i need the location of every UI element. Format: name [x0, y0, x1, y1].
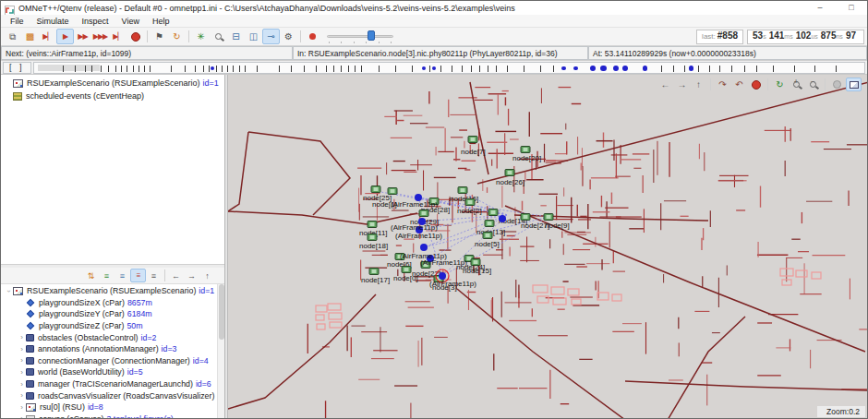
- expand-arrow-icon[interactable]: ›: [18, 403, 26, 412]
- step-icon[interactable]: ▶▏: [39, 29, 56, 44]
- zoom-out-icon[interactable]: −: [805, 78, 821, 91]
- tree-item-label: canvas (cCanvas): [39, 414, 103, 418]
- fast-icon[interactable]: ▶▶: [74, 29, 91, 44]
- menu-view[interactable]: View: [115, 15, 146, 28]
- zoom-in-icon[interactable]: +: [789, 78, 804, 91]
- next-event-label[interactable]: Next: (veins::AirFrame11p, id=1099): [1, 46, 293, 60]
- show-module-icon[interactable]: [846, 78, 862, 91]
- param-icon: [27, 322, 34, 329]
- car-windshield: [491, 210, 496, 214]
- menu-file[interactable]: File: [4, 15, 30, 28]
- airframe-dot[interactable]: [499, 215, 506, 222]
- group-mode-icon[interactable]: ≡: [115, 269, 130, 282]
- expand-arrow-icon[interactable]: ›: [18, 391, 26, 400]
- tree-item-label: rsu[0] (RSU): [40, 402, 85, 412]
- stop-layout-icon[interactable]: [748, 78, 764, 91]
- split-horizontal-icon[interactable]: ⊟: [227, 29, 245, 44]
- airframe-dot[interactable]: [420, 244, 428, 251]
- tree-item[interactable]: ›RSUExampleScenario (RSUExampleScenario)…: [1, 285, 224, 297]
- split-vertical-icon[interactable]: ◫: [245, 29, 262, 44]
- tree-item[interactable]: playgroundSizeZ (cPar)50m: [1, 320, 224, 332]
- record-animation-icon[interactable]: [829, 78, 845, 91]
- maximize-button[interactable]: □: [836, 1, 867, 15]
- inheritance-mode-icon[interactable]: ≡: [130, 269, 146, 282]
- animation-speed-slider[interactable]: [327, 30, 393, 43]
- back-icon[interactable]: ←: [168, 269, 184, 282]
- forward-icon[interactable]: →: [674, 78, 690, 91]
- refresh-icon[interactable]: ↻: [772, 78, 788, 91]
- tree-item[interactable]: RSUExampleScenario (RSUExampleScenario)i…: [1, 77, 224, 90]
- go-up-icon[interactable]: ↑: [199, 269, 215, 282]
- timeline-event-dot[interactable]: [689, 66, 693, 70]
- flat-mode-icon[interactable]: ≡: [99, 269, 115, 282]
- find-objects-icon[interactable]: [210, 29, 227, 44]
- event-timeline[interactable]: [33, 62, 865, 74]
- children-mode-icon[interactable]: ≡: [146, 269, 162, 282]
- timeline-tick: [698, 66, 699, 72]
- tree-item[interactable]: ›annotations (AnnotationManager)id=3: [1, 343, 224, 355]
- timeline-bracket[interactable]: [ ]: [3, 62, 31, 74]
- expand-arrow-icon[interactable]: ›: [5, 287, 13, 295]
- building-outline: [329, 313, 342, 319]
- minimize-button[interactable]: –: [804, 1, 836, 15]
- run-icon[interactable]: ▶: [56, 29, 74, 44]
- menu-help[interactable]: Help: [146, 15, 176, 28]
- tree-item[interactable]: ›rsu[0] (RSU)id=8: [1, 401, 224, 413]
- sort-order-icon[interactable]: ⇅: [83, 269, 99, 282]
- timeline-toggle-icon[interactable]: ⊸: [262, 29, 280, 44]
- expand-arrow-icon[interactable]: ›: [18, 356, 26, 365]
- network-icon[interactable]: ✳: [192, 29, 210, 44]
- next-module-label[interactable]: In: RSUExampleScenario.node[3].nic.phy80…: [293, 46, 588, 60]
- menu-simulate[interactable]: Simulate: [30, 15, 76, 28]
- rebuild-icon[interactable]: ↻: [168, 29, 186, 44]
- timeline-event-dot[interactable]: [561, 66, 566, 71]
- timeline-tick: [673, 66, 674, 72]
- expand-arrow-icon[interactable]: ›: [18, 345, 26, 353]
- tree-item[interactable]: ›roadsCanvasVisualizer (RoadsCanvasVisua…: [1, 389, 224, 401]
- scrollbar-thumb[interactable]: [219, 284, 224, 340]
- timeline-event-dot[interactable]: [211, 66, 214, 70]
- timeline-event-dot[interactable]: [600, 66, 607, 72]
- airframe-dot[interactable]: [439, 272, 446, 280]
- building-outline: [551, 287, 564, 294]
- menu-inspect[interactable]: Inspect: [76, 15, 115, 28]
- main-toolbar: ⧉▩▶▏▶▶▶▶▶▶▶▏⚑↻✳⊟◫⊸⚙ last: #858 53s141ms1…: [1, 28, 867, 46]
- timeline-event-dot[interactable]: [573, 66, 578, 71]
- tree-item[interactable]: ›obstacles (ObstacleControl)id=2: [1, 331, 224, 343]
- timeline-event-dot[interactable]: [432, 66, 436, 70]
- expand-arrow-icon[interactable]: ›: [18, 414, 26, 418]
- tree-item[interactable]: ›manager (TraCIScenarioManagerLaunchd)id…: [1, 378, 224, 390]
- title-bar[interactable]: OMNeT++/Qtenv (release) - Default #0 - o…: [1, 1, 867, 15]
- redo-layout-icon[interactable]: ↷: [715, 78, 730, 91]
- timeline-event-dot[interactable]: [643, 66, 647, 70]
- express-icon[interactable]: ▶▶▶: [91, 29, 109, 44]
- debug-next-icon[interactable]: ⚑: [151, 29, 168, 44]
- tree-item[interactable]: ›world (BaseWorldUtility)id=5: [1, 366, 224, 378]
- expand-arrow-icon[interactable]: ›: [18, 368, 26, 377]
- tree-item[interactable]: playgroundSizeY (cPar)6184m: [1, 308, 224, 320]
- expand-arrow-icon[interactable]: ›: [18, 333, 26, 341]
- preferences-icon[interactable]: ⚙: [280, 29, 297, 44]
- inspector-scrollbar[interactable]: [217, 284, 224, 418]
- back-icon[interactable]: ←: [657, 78, 673, 91]
- timeline-event-dot[interactable]: [613, 66, 620, 72]
- expand-arrow-icon[interactable]: ›: [18, 380, 26, 389]
- setup-config-icon[interactable]: ▩: [21, 29, 39, 44]
- tree-item[interactable]: ›canvas (cCanvas)3 toplevel figure(s): [1, 413, 224, 418]
- slider-handle[interactable]: [368, 30, 375, 41]
- tree-item[interactable]: scheduled-events (cEventHeap): [1, 90, 224, 102]
- network-canvas[interactable]: node[7]node[20]node[26]node[25]node[1]no…: [227, 75, 867, 418]
- timeline-event-dot[interactable]: [622, 66, 628, 71]
- record-events-icon[interactable]: [304, 29, 321, 44]
- tree-item[interactable]: ›connectionManager (ConnectionManager)id…: [1, 355, 224, 367]
- tree-item[interactable]: playgroundSizeX (cPar)8657m: [1, 297, 224, 309]
- go-up-icon[interactable]: ↑: [691, 78, 706, 91]
- stop-icon[interactable]: [127, 29, 144, 44]
- timeline-event-dot[interactable]: [590, 66, 596, 71]
- until-icon[interactable]: ▶▏: [109, 29, 127, 44]
- relayout-icon[interactable]: ↶: [731, 78, 747, 91]
- forward-icon[interactable]: →: [184, 269, 199, 282]
- timeline-event-dot[interactable]: [422, 66, 426, 70]
- building-outline: [612, 294, 621, 301]
- copy-object-icon[interactable]: ⧉: [4, 29, 21, 44]
